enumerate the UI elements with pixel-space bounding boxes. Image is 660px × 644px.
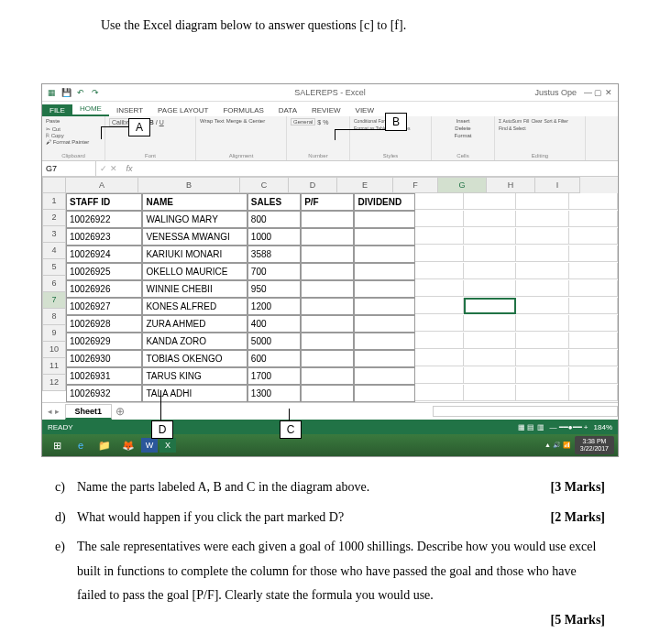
spreadsheet-grid[interactable]: 123456789101112 ABCDEFGHI STAFF IDNAMESA… bbox=[42, 177, 618, 402]
sheet-tab[interactable]: Sheet1 bbox=[65, 404, 113, 420]
cell[interactable] bbox=[301, 333, 354, 350]
paste-button[interactable]: Paste bbox=[46, 118, 60, 124]
row-header[interactable]: 7 bbox=[42, 292, 66, 309]
cell[interactable] bbox=[569, 280, 618, 297]
zoom-slider[interactable]: — ━━●━━ + bbox=[550, 423, 588, 431]
cell[interactable]: VENESSA MWANGI bbox=[142, 228, 247, 246]
cell[interactable] bbox=[301, 246, 354, 263]
cell[interactable]: ZURA AHMED bbox=[142, 315, 247, 333]
cell[interactable] bbox=[301, 315, 354, 333]
cell[interactable]: 1000 bbox=[248, 228, 301, 246]
cell[interactable] bbox=[415, 246, 464, 262]
col-header-A[interactable]: A bbox=[66, 177, 138, 193]
clear-button[interactable]: Clear bbox=[531, 118, 542, 124]
cell[interactable]: OKELLO MAURICE bbox=[142, 263, 247, 280]
cell[interactable]: 700 bbox=[248, 263, 301, 280]
delete-cells-button[interactable]: Delete bbox=[455, 126, 470, 131]
cell[interactable] bbox=[301, 280, 354, 298]
cell[interactable] bbox=[354, 350, 414, 367]
tab-view[interactable]: VIEW bbox=[348, 104, 381, 116]
cell[interactable]: 10026924 bbox=[66, 246, 142, 263]
row-header[interactable]: 10 bbox=[42, 342, 66, 358]
cell[interactable] bbox=[354, 280, 414, 298]
cell[interactable] bbox=[569, 315, 618, 332]
copy-button[interactable]: ⎘ Copy bbox=[46, 133, 89, 138]
cell[interactable] bbox=[415, 315, 464, 332]
zoom-level[interactable]: 184% bbox=[594, 423, 612, 431]
row-header[interactable]: 3 bbox=[42, 226, 66, 243]
sort-button[interactable]: Sort & Filter bbox=[544, 118, 567, 124]
cell[interactable] bbox=[464, 333, 516, 349]
col-header-I[interactable]: I bbox=[535, 177, 580, 193]
fx-icon[interactable]: fx bbox=[121, 164, 138, 173]
tab-home[interactable]: HOME bbox=[72, 103, 109, 116]
row-header[interactable]: 11 bbox=[42, 358, 66, 375]
horizontal-scrollbar[interactable] bbox=[433, 406, 618, 417]
cell[interactable] bbox=[354, 228, 414, 246]
cell[interactable] bbox=[464, 280, 516, 297]
cell[interactable] bbox=[516, 333, 568, 349]
start-button[interactable]: ⊞ bbox=[46, 436, 68, 454]
cell[interactable] bbox=[415, 350, 464, 366]
cell[interactable]: KONES ALFRED bbox=[142, 298, 247, 315]
col-header-E[interactable]: E bbox=[337, 177, 393, 193]
row-header[interactable]: 12 bbox=[42, 375, 66, 391]
undo-icon[interactable]: ↶ bbox=[75, 87, 86, 98]
cell[interactable] bbox=[464, 193, 516, 210]
row-header[interactable]: 1 bbox=[42, 193, 66, 210]
select-all-corner[interactable] bbox=[42, 177, 66, 193]
cell[interactable] bbox=[464, 385, 516, 401]
col-header-H[interactable]: H bbox=[487, 177, 535, 193]
view-buttons[interactable]: ▦ ▤ ▥ bbox=[518, 423, 544, 431]
new-sheet-button[interactable]: ⊕ bbox=[112, 405, 128, 418]
row-header[interactable]: 4 bbox=[42, 243, 66, 259]
cell[interactable]: 1700 bbox=[248, 367, 301, 385]
cell[interactable]: 1200 bbox=[248, 298, 301, 315]
col-header-F[interactable]: F bbox=[393, 177, 438, 193]
cell[interactable]: 10026925 bbox=[66, 263, 142, 280]
tab-formulas[interactable]: FORMULAS bbox=[215, 104, 270, 116]
cell[interactable] bbox=[354, 298, 414, 315]
cell[interactable]: 10026923 bbox=[66, 228, 142, 246]
find-button[interactable]: Find & Select bbox=[499, 126, 526, 131]
cell[interactable] bbox=[354, 367, 414, 385]
cell[interactable] bbox=[569, 333, 618, 349]
cell[interactable] bbox=[464, 263, 516, 279]
cell[interactable]: 950 bbox=[248, 280, 301, 298]
cell[interactable] bbox=[415, 280, 464, 297]
cell[interactable] bbox=[354, 315, 414, 333]
cell[interactable] bbox=[464, 246, 516, 262]
tab-file[interactable]: FILE bbox=[42, 104, 72, 116]
cell[interactable]: P/F bbox=[301, 193, 354, 211]
cell[interactable] bbox=[354, 263, 414, 280]
cell[interactable]: 600 bbox=[248, 350, 301, 367]
cell[interactable]: 5000 bbox=[248, 333, 301, 350]
redo-icon[interactable]: ↷ bbox=[90, 87, 101, 98]
cell[interactable] bbox=[516, 350, 568, 366]
cell[interactable] bbox=[415, 298, 464, 314]
format-cells-button[interactable]: Format bbox=[454, 133, 471, 138]
cell[interactable] bbox=[415, 367, 464, 384]
cell[interactable]: WALINGO MARY bbox=[142, 211, 247, 228]
sheet-nav[interactable]: ◂ ▸ bbox=[42, 407, 65, 416]
cell[interactable] bbox=[569, 350, 618, 366]
cell[interactable]: 10026927 bbox=[66, 298, 142, 315]
cell[interactable] bbox=[301, 385, 354, 402]
cell[interactable]: TALA ADHI bbox=[142, 385, 247, 402]
explorer-icon[interactable]: 📁 bbox=[94, 436, 116, 454]
cell[interactable] bbox=[516, 298, 568, 314]
cell[interactable] bbox=[464, 315, 516, 332]
row-header[interactable]: 8 bbox=[42, 309, 66, 325]
cell[interactable]: KANDA ZORO bbox=[142, 333, 247, 350]
cell[interactable] bbox=[354, 211, 414, 228]
insert-cells-button[interactable]: Insert bbox=[456, 118, 469, 124]
cell[interactable]: 10026928 bbox=[66, 315, 142, 333]
window-controls[interactable]: — ▢ ✕ bbox=[584, 88, 612, 97]
cell[interactable] bbox=[516, 193, 568, 210]
cell[interactable] bbox=[464, 211, 516, 227]
cell[interactable]: 400 bbox=[248, 315, 301, 333]
cell[interactable]: 10026932 bbox=[66, 385, 142, 402]
row-header[interactable]: 9 bbox=[42, 325, 66, 342]
cell[interactable] bbox=[415, 211, 464, 227]
format-painter-button[interactable]: 🖌 Format Painter bbox=[46, 139, 89, 145]
